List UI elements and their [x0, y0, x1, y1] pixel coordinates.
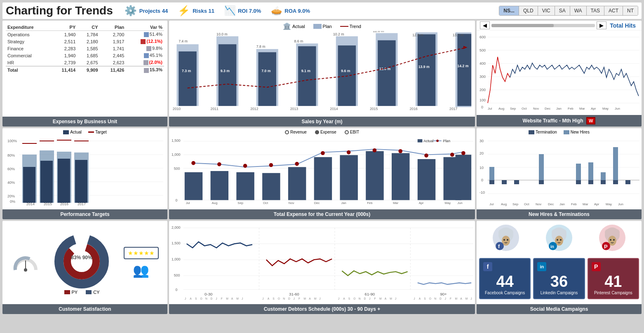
- pinterest-mascot: P: [598, 223, 627, 254]
- app-title: Charting for Trends: [6, 4, 113, 17]
- svg-point-180: [24, 268, 27, 272]
- svg-text:Mar: Mar: [393, 201, 399, 205]
- roa-icon: 🥧: [271, 5, 282, 16]
- kpi-projects: ⚙️ Projects 44: [125, 5, 168, 16]
- svg-text:O: O: [200, 297, 202, 300]
- svg-rect-16: [179, 52, 196, 106]
- legend-actual: 🏛️ Actual: [283, 22, 305, 30]
- perf-header: Performance Targets: [2, 209, 167, 219]
- region-tab-tas[interactable]: TAS: [587, 6, 604, 15]
- svg-text:500: 500: [174, 273, 180, 277]
- performance-panel: Actual Target 100% 80% 60% 40% 20% 0%: [2, 128, 167, 219]
- svg-text:N: N: [283, 297, 285, 300]
- svg-text:M: M: [465, 297, 468, 300]
- svg-text:J: J: [395, 297, 396, 300]
- svg-text:2016: 2016: [60, 202, 68, 206]
- svg-text:Actual: Actual: [423, 139, 433, 143]
- svg-text:0%: 0%: [10, 199, 15, 204]
- region-tabs: NS... QLD VIC SA WA TAS ACT NT: [499, 6, 638, 16]
- svg-text:Apr: Apr: [594, 202, 599, 206]
- svg-text:8.6 m: 8.6 m: [294, 39, 303, 43]
- facebook-label: Facebook Campaigns: [483, 291, 526, 295]
- svg-point-263: [556, 227, 562, 234]
- svg-text:M: M: [455, 297, 458, 300]
- svg-rect-112: [456, 155, 472, 200]
- svg-text:M: M: [236, 297, 239, 300]
- svg-point-256: [507, 239, 508, 241]
- svg-text:Jan: Jan: [341, 201, 346, 205]
- svg-text:May: May: [606, 202, 612, 206]
- svg-rect-161: [588, 180, 593, 184]
- svg-rect-105: [288, 167, 306, 200]
- linkedin-card: in 36 Linkedin Campaigns: [533, 258, 585, 299]
- traffic-next-button[interactable]: ▶: [597, 21, 606, 29]
- region-tab-act[interactable]: ACT: [604, 6, 623, 15]
- svg-text:F: F: [450, 297, 451, 300]
- svg-text:10.2 m: 10.2 m: [333, 32, 344, 36]
- svg-text:Oct: Oct: [263, 201, 268, 205]
- svg-rect-108: [366, 151, 383, 200]
- svg-text:Mar: Mar: [579, 107, 585, 110]
- svg-text:Jul: Jul: [489, 202, 494, 206]
- svg-rect-109: [392, 153, 409, 200]
- svg-rect-164: [613, 147, 618, 180]
- legend-actual-dark: Actual: [63, 130, 82, 134]
- svg-text:D: D: [288, 297, 290, 300]
- svg-rect-160: [588, 162, 593, 180]
- region-tab-qld[interactable]: QLD: [519, 6, 538, 15]
- svg-text:S: S: [195, 297, 197, 300]
- region-tab-vic[interactable]: VIC: [538, 6, 555, 15]
- svg-rect-163: [601, 180, 606, 184]
- pinterest-card: P 41 Pinterest Campaigns: [588, 258, 639, 299]
- svg-point-276: [613, 239, 615, 241]
- kpi-risks: ⚡ Risks 11: [178, 5, 214, 16]
- svg-rect-153: [489, 180, 494, 184]
- svg-rect-83: [58, 159, 70, 203]
- svg-rect-166: [625, 180, 630, 184]
- region-tab-wa[interactable]: WA: [570, 6, 587, 15]
- svg-text:Sep: Sep: [512, 202, 519, 206]
- region-tab-sa[interactable]: SA: [555, 6, 570, 15]
- svg-text:90+: 90+: [440, 292, 447, 296]
- svg-text:f: f: [498, 243, 500, 249]
- traffic-prev-button[interactable]: ◀: [480, 21, 490, 29]
- svg-text:S: S: [348, 297, 350, 300]
- svg-text:O: O: [353, 297, 355, 300]
- svg-text:0-30: 0-30: [204, 292, 212, 296]
- svg-text:A: A: [190, 297, 192, 300]
- region-tab-nt[interactable]: NT: [623, 6, 638, 15]
- svg-text:Dec: Dec: [545, 107, 550, 110]
- legend-plan: Plan: [313, 24, 332, 29]
- expense-year-panel: Revenue Expense EBIT 1,500 1,000 500: [169, 128, 475, 219]
- legend-target: Target: [88, 130, 107, 134]
- svg-text:14.2 m: 14.2 m: [457, 64, 468, 68]
- svg-text:1,500: 1,500: [172, 138, 181, 143]
- svg-point-265: [557, 239, 558, 241]
- svg-text:1,000: 1,000: [172, 152, 181, 157]
- svg-text:May: May: [444, 201, 451, 205]
- svg-text:1,000: 1,000: [172, 257, 181, 261]
- table-row: Finance 2,283 1,585 1,741 9.8%: [6, 45, 164, 52]
- svg-text:in: in: [550, 244, 554, 249]
- risks-icon: ⚡: [178, 5, 190, 16]
- svg-rect-158: [576, 164, 581, 180]
- svg-rect-110: [418, 159, 435, 200]
- svg-text:P: P: [604, 244, 608, 250]
- kpi-roi: 📉 ROI 7.0%: [224, 5, 261, 16]
- svg-rect-19: [298, 46, 316, 106]
- svg-text:J: J: [369, 297, 370, 300]
- svg-text:F: F: [298, 297, 300, 300]
- expenses-header: Expenses by Business Unit: [2, 117, 167, 127]
- svg-text:61-90: 61-90: [365, 292, 375, 296]
- svg-text:N: N: [205, 297, 207, 300]
- svg-text:D: D: [364, 297, 366, 300]
- svg-text:0: 0: [481, 105, 483, 109]
- svg-text:M: M: [226, 297, 228, 300]
- debtors-panel: 2,000 1,500 1,000 500 0: [169, 221, 475, 314]
- pinterest-label: Pinterest Campaigns: [592, 291, 635, 295]
- svg-point-266: [560, 239, 562, 241]
- svg-text:J: J: [338, 297, 339, 300]
- svg-text:600: 600: [479, 35, 486, 39]
- region-tab-nsw[interactable]: NS...: [499, 6, 519, 15]
- svg-text:Feb: Feb: [568, 107, 573, 110]
